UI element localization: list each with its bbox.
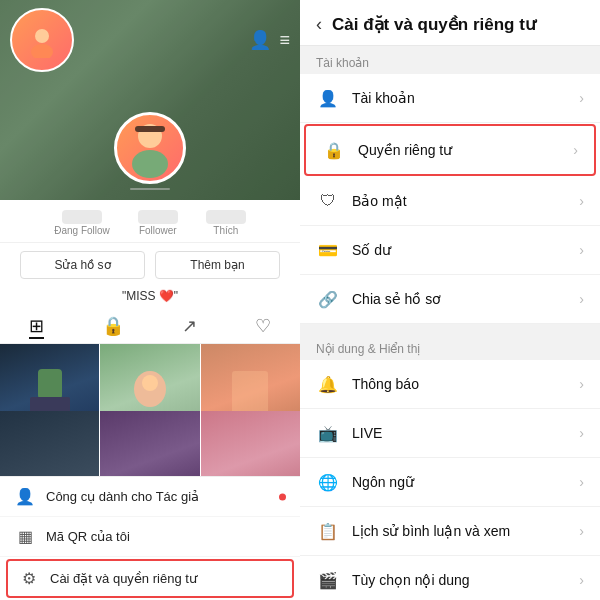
chevron-icon-content: › <box>579 572 584 588</box>
settings-item-live[interactable]: 📺 LIVE › <box>300 409 600 458</box>
chevron-icon-share: › <box>579 291 584 307</box>
section-gap <box>300 324 600 332</box>
language-label: Ngôn ngữ <box>352 474 579 490</box>
svg-rect-4 <box>135 126 165 132</box>
share-profile-label: Chia sẻ hồ sơ <box>352 291 579 307</box>
privacy-icon: 🔒 <box>322 138 346 162</box>
top-bar: 👤 ≡ <box>0 8 300 72</box>
balance-label: Số dư <box>352 242 579 258</box>
likes-count <box>206 210 246 224</box>
settings-icon: ⚙ <box>18 569 40 588</box>
video-thumb-5[interactable] <box>100 411 199 477</box>
following-count <box>62 210 102 224</box>
right-panel: ‹ Cài đặt và quyền riêng tư Tài khoản 👤 … <box>300 0 600 600</box>
username-bar <box>130 188 170 190</box>
chevron-icon-history: › <box>579 523 584 539</box>
stat-likes: Thích <box>206 210 246 236</box>
stat-followers: Follower <box>138 210 178 236</box>
settings-item-share-profile[interactable]: 🔗 Chia sẻ hồ sơ › <box>300 275 600 324</box>
chevron-icon-security: › <box>579 193 584 209</box>
settings-header: ‹ Cài đặt và quyền riêng tư <box>300 0 600 46</box>
content-options-label: Tùy chọn nội dung <box>352 572 579 588</box>
svg-point-0 <box>35 29 49 43</box>
settings-content: Tài khoản 👤 Tài khoản › 🔒 Quyền riêng tư… <box>300 46 600 600</box>
menu-item-qr[interactable]: ▦ Mã QR của tôi <box>0 517 300 557</box>
menu-item-creator[interactable]: 👤 Công cụ dành cho Tác giả <box>0 477 300 517</box>
small-avatar <box>10 8 74 72</box>
stats-row: Đang Follow Follower Thích <box>0 200 300 243</box>
settings-group-account: 👤 Tài khoản › 🔒 Quyền riêng tư › 🛡 Bảo m… <box>300 74 600 324</box>
history-label: Lịch sử bình luận và xem <box>352 523 579 539</box>
section-label-account: Tài khoản <box>300 46 600 74</box>
account-label: Tài khoản <box>352 90 579 106</box>
qr-icon: ▦ <box>14 527 36 546</box>
followers-label: Follower <box>139 225 177 236</box>
balance-icon: 💳 <box>316 238 340 262</box>
settings-item-account[interactable]: 👤 Tài khoản › <box>300 74 600 123</box>
settings-item-content-options[interactable]: 🎬 Tùy chọn nội dung › <box>300 556 600 600</box>
chevron-icon-balance: › <box>579 242 584 258</box>
notifications-icon: 🔔 <box>316 372 340 396</box>
stat-following: Đang Follow <box>54 210 110 236</box>
settings-item-security[interactable]: 🛡 Bảo mật › <box>300 177 600 226</box>
likes-label: Thích <box>213 225 238 236</box>
left-panel: 👤 ≡ Đang Follow Follower Thích <box>0 0 300 600</box>
following-label: Đang Follow <box>54 225 110 236</box>
tab-grid-icon[interactable]: ⊞ <box>29 315 44 339</box>
chevron-icon-live: › <box>579 425 584 441</box>
privacy-label: Quyền riêng tư <box>358 142 573 158</box>
settings-item-language[interactable]: 🌐 Ngôn ngữ › <box>300 458 600 507</box>
history-icon: 📋 <box>316 519 340 543</box>
video-grid: ▶162 ▶278 ▶436 <box>0 344 300 476</box>
section-label-content: Nội dung & Hiển thị <box>300 332 600 360</box>
tab-lock-icon[interactable]: 🔒 <box>102 315 124 339</box>
language-icon: 🌐 <box>316 470 340 494</box>
profile-avatar <box>114 112 186 184</box>
bottom-menu: 👤 Công cụ dành cho Tác giả ▦ Mã QR của t… <box>0 476 300 600</box>
creator-icon: 👤 <box>14 487 36 506</box>
settings-item-balance[interactable]: 💳 Số dư › <box>300 226 600 275</box>
add-friend-button[interactable]: Thêm bạn <box>155 251 280 279</box>
content-options-icon: 🎬 <box>316 568 340 592</box>
menu-icon[interactable]: ≡ <box>279 30 290 51</box>
account-icon: 👤 <box>316 86 340 110</box>
person-add-icon[interactable]: 👤 <box>249 29 271 51</box>
security-icon: 🛡 <box>316 189 340 213</box>
qr-label: Mã QR của tôi <box>46 529 286 544</box>
bio-text: "MISS ❤️" <box>0 287 300 309</box>
security-label: Bảo mật <box>352 193 579 209</box>
edit-profile-button[interactable]: Sửa hồ sơ <box>20 251 145 279</box>
tab-heart-icon[interactable]: ♡ <box>255 315 271 339</box>
svg-rect-5 <box>38 369 62 399</box>
tabs-row: ⊞ 🔒 ↗ ♡ <box>0 309 300 344</box>
chevron-icon-notifications: › <box>579 376 584 392</box>
top-right-icons: 👤 ≡ <box>249 29 290 51</box>
svg-point-8 <box>142 375 158 391</box>
chevron-icon-account: › <box>579 90 584 106</box>
username-text <box>130 188 170 190</box>
svg-point-3 <box>132 150 168 178</box>
share-profile-icon: 🔗 <box>316 287 340 311</box>
live-icon: 📺 <box>316 421 340 445</box>
notifications-label: Thông báo <box>352 376 579 392</box>
settings-item-privacy[interactable]: 🔒 Quyền riêng tư › <box>304 124 596 176</box>
creator-label: Công cụ dành cho Tác giả <box>46 489 286 504</box>
back-button[interactable]: ‹ <box>316 14 322 35</box>
settings-label: Cài đặt và quyền riêng tư <box>50 571 282 586</box>
chevron-icon-language: › <box>579 474 584 490</box>
followers-count <box>138 210 178 224</box>
live-label: LIVE <box>352 425 579 441</box>
settings-item-history[interactable]: 📋 Lịch sử bình luận và xem › <box>300 507 600 556</box>
video-thumb-4[interactable] <box>0 411 99 477</box>
svg-point-1 <box>31 44 53 58</box>
settings-group-content: 🔔 Thông báo › 📺 LIVE › 🌐 Ngôn ngữ › 📋 Lị… <box>300 360 600 600</box>
video-thumb-6[interactable] <box>201 411 300 477</box>
notification-dot <box>279 493 286 500</box>
tab-share-icon[interactable]: ↗ <box>182 315 197 339</box>
profile-background: 👤 ≡ <box>0 0 300 200</box>
settings-title: Cài đặt và quyền riêng tư <box>332 14 536 35</box>
settings-item-notifications[interactable]: 🔔 Thông báo › <box>300 360 600 409</box>
action-buttons: Sửa hồ sơ Thêm bạn <box>0 243 300 287</box>
menu-item-settings[interactable]: ⚙ Cài đặt và quyền riêng tư <box>6 559 294 598</box>
chevron-icon-privacy: › <box>573 142 578 158</box>
